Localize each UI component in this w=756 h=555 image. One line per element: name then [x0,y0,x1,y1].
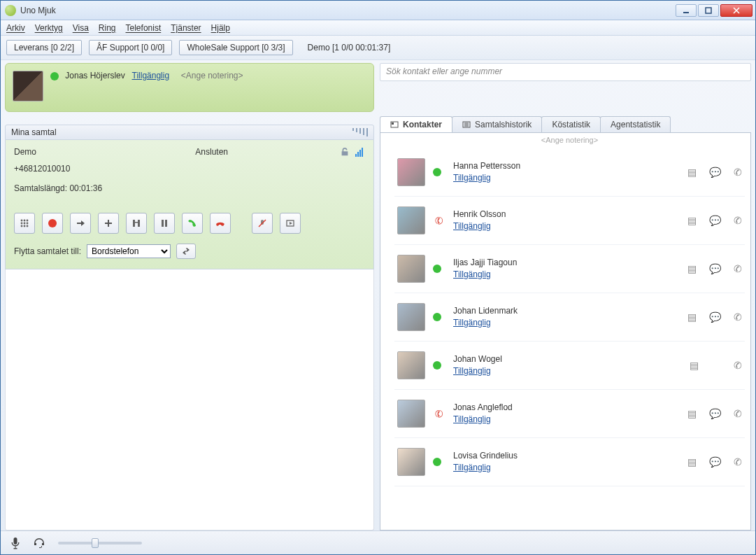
note-action-icon[interactable]: ▤ [687,456,697,468]
chat-action-icon[interactable]: 💬 [709,167,721,178]
tab-kontakter[interactable]: Kontakter [380,116,452,132]
hangup-button[interactable] [210,213,231,234]
volume-slider[interactable] [58,542,142,545]
contact-status-link[interactable]: Tillgänglig [453,269,491,279]
tab-köstatistik[interactable]: Köstatistik [541,116,601,132]
svg-rect-17 [165,220,167,227]
contact-status-link[interactable]: Tillgänglig [453,414,491,424]
hold-button[interactable] [154,213,175,234]
busy-phone-icon: ✆ [434,213,445,227]
svg-rect-15 [135,222,138,223]
mic-icon[interactable] [10,537,20,549]
partial-row-note: <Ange notering> [394,136,745,148]
call-action-icon[interactable]: ✆ [734,311,742,323]
contact-name: Henrik Olsson [453,209,680,220]
note-action-icon[interactable]: ▤ [690,360,699,371]
maximize-button[interactable] [698,4,719,17]
contact-actions: ▤💬✆ [687,408,742,419]
transfer-go-button[interactable] [176,244,196,259]
contacts-panel: <Ange notering> Hanna PetterssonTillgäng… [380,132,751,531]
contact-status-link[interactable]: Tillgänglig [453,318,491,328]
contact-row[interactable]: Johan WogelTillgänglig▤✆ [394,342,745,390]
queue-button[interactable]: WholeSale Support [0 3/3] [179,40,292,55]
contact-info: Johan LidenmarkTillgänglig [453,305,680,329]
contact-row[interactable]: ✆Jonas AngleflodTillgänglig▤💬✆ [394,390,745,438]
tab-agentstatistik[interactable]: Agentstatistik [600,116,671,132]
contact-row[interactable]: Johan LidenmarkTillgänglig▤💬✆ [394,293,745,342]
menu-hjälp[interactable]: Hjälp [211,23,230,33]
contact-name: Johan Lidenmark [453,305,680,317]
contact-avatar [397,448,425,476]
contact-actions: ▤💬✆ [687,263,742,274]
mute-button[interactable] [252,213,273,234]
contact-status-link[interactable]: Tillgänglig [453,221,491,231]
call-action-icon[interactable]: ✆ [734,167,742,178]
park-button[interactable] [126,213,147,234]
dialpad-button[interactable] [14,213,35,234]
tab-samtalshistorik[interactable]: Samtalshistorik [452,116,542,132]
menu-telefonist[interactable]: Telefonist [126,23,162,33]
contact-row[interactable]: Hanna PetterssonTillgänglig▤💬✆ [394,148,745,197]
popout-button[interactable] [280,213,301,234]
svg-rect-0 [683,12,689,13]
svg-rect-16 [162,220,164,227]
call-action-icon[interactable]: ✆ [734,215,742,226]
queue-button[interactable]: ÅF Support [0 0/0] [89,40,172,55]
presence-dot-icon [433,313,441,321]
contact-row[interactable]: Iljas Jajji TiagounTillgänglig▤💬✆ [394,245,745,293]
call-action-icon[interactable]: ✆ [734,263,742,274]
user-note-placeholder[interactable]: <Ange notering> [181,71,243,80]
chat-action-icon[interactable]: 💬 [709,263,721,274]
main-area: Jonas Höjerslev Tillgänglig <Ange noteri… [1,60,755,531]
call-action-icon[interactable]: ✆ [734,360,742,371]
chat-action-icon[interactable]: 💬 [709,456,721,468]
menu-tjänster[interactable]: Tjänster [171,23,201,33]
contact-status-link[interactable]: Tillgänglig [453,463,491,472]
menu-arkiv[interactable]: Arkiv [6,23,25,33]
contact-row[interactable]: Lovisa GrindeliusTillgänglig▤💬✆ [394,438,745,486]
add-call-button[interactable] [98,213,119,234]
menu-visa[interactable]: Visa [73,23,89,33]
contact-info: Johan WogelTillgänglig [453,353,683,377]
slider-thumb[interactable] [92,538,99,548]
popout-icon [285,218,295,228]
close-button[interactable] [720,4,753,17]
transfer-button[interactable] [70,213,91,234]
contact-status-link[interactable]: Tillgänglig [453,173,491,183]
note-action-icon[interactable]: ▤ [687,408,697,419]
answer-button[interactable] [182,213,203,234]
note-action-icon[interactable]: ▤ [687,215,697,226]
queue-button[interactable]: Leverans [0 2/2] [6,40,82,55]
menu-bar: ArkivVerktygVisaRingTelefonistTjänsterHj… [1,20,755,36]
chat-action-icon[interactable]: 💬 [709,311,721,323]
call-action-icon[interactable]: ✆ [734,456,742,468]
call-number: +46812010010 [14,164,365,174]
user-status-link[interactable]: Tillgänglig [132,71,170,80]
unlock-icon[interactable] [340,147,350,157]
contacts-scroll[interactable]: <Ange notering> Hanna PetterssonTillgäng… [380,133,750,530]
contact-row[interactable]: ✆Henrik OlssonTillgänglig▤💬✆ [394,197,745,245]
note-action-icon[interactable]: ▤ [687,263,697,274]
transfer-target-select[interactable]: Bordstelefon [87,244,171,258]
chat-action-icon[interactable]: 💬 [709,215,721,226]
my-calls-title: Mina samtal [11,127,57,137]
svg-rect-13 [133,220,135,227]
record-button[interactable] [42,213,63,234]
park-icon [131,218,141,228]
call-action-icon[interactable]: ✆ [734,408,742,419]
note-action-icon[interactable]: ▤ [687,167,697,178]
menu-verktyg[interactable]: Verktyg [35,23,63,33]
search-input[interactable]: Sök kontakt eller ange nummer [380,63,751,81]
queue-button[interactable]: Demo [1 0/0 00:01:37] [300,40,399,55]
contact-status-link[interactable]: Tillgänglig [453,366,491,376]
minimize-button[interactable] [676,4,697,17]
contact-name: Jonas Angleflod [453,402,680,414]
presence-dot-icon [433,265,441,273]
chat-action-icon[interactable]: 💬 [709,408,721,419]
menu-ring[interactable]: Ring [99,23,116,33]
note-action-icon[interactable]: ▤ [687,311,697,323]
pause-icon [159,218,169,228]
svg-point-11 [24,225,26,227]
headset-icon[interactable] [33,538,45,549]
contact-name: Johan Wogel [453,353,683,365]
